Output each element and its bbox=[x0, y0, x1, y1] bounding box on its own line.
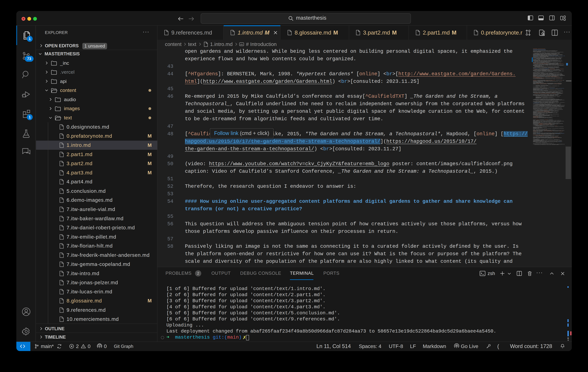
svg-text:abc: abc bbox=[240, 43, 243, 46]
